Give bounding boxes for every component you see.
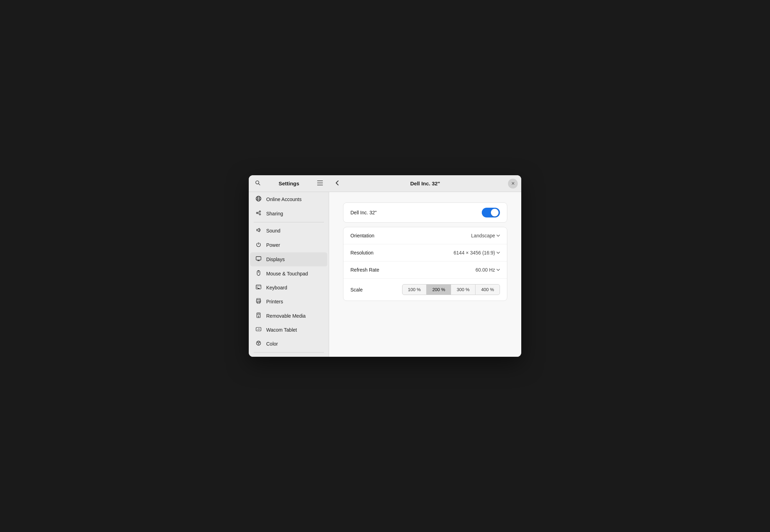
menu-button[interactable] [316,179,324,188]
svg-point-9 [259,211,261,212]
sidebar-item-displays[interactable]: Displays [250,252,327,266]
svg-rect-23 [257,287,257,288]
svg-point-5 [256,196,261,201]
header: Settings Dell Inc. 32" ✕ [249,175,521,192]
monitor-row: Dell Inc. 32" [343,203,507,222]
displays-label: Displays [266,257,285,262]
online-accounts-label: Online Accounts [266,197,302,202]
back-button[interactable] [333,179,342,189]
sidebar-item-sound[interactable]: Sound [250,224,327,238]
svg-point-10 [256,212,258,214]
setting-row-refresh-rate: Refresh Rate60.00 Hz [343,261,507,279]
svg-line-12 [258,212,259,213]
svg-rect-14 [256,257,261,260]
settings-window: Settings Dell Inc. 32" ✕ [249,175,521,357]
resolution-value: 6144 × 3456 (16:9) [453,250,495,256]
scale-group: 100 %200 %300 %400 % [402,284,500,295]
main-content: Dell Inc. 32" OrientationLandscape Resol… [329,192,521,357]
scale-btn-300pct[interactable]: 300 % [451,284,475,295]
setting-row-scale: Scale100 %200 %300 %400 % [343,279,507,301]
svg-point-36 [258,343,259,345]
orientation-label: Orientation [350,233,374,238]
header-center: Dell Inc. 32" ✕ [329,180,521,186]
scale-btn-400pct[interactable]: 400 % [475,284,500,295]
setting-row-orientation: OrientationLandscape [343,227,507,244]
color-label: Color [266,341,278,347]
monitor-name-label: Dell Inc. 32" [350,210,377,215]
printers-icon [255,298,262,305]
close-button[interactable]: ✕ [508,179,518,189]
page-title: Dell Inc. 32" [410,180,440,186]
svg-point-34 [257,342,259,343]
online-accounts-icon [255,196,262,203]
body: Online AccountsSharingSoundPowerDisplays… [249,192,521,357]
svg-point-28 [260,301,260,302]
sharing-icon [255,210,262,217]
sidebar-item-power[interactable]: Power [250,238,327,252]
svg-rect-30 [258,313,260,315]
display-settings-card: OrientationLandscape Resolution6144 × 34… [343,227,507,301]
sharing-label: Sharing [266,211,283,216]
svg-rect-21 [258,286,259,286]
resolution-dropdown[interactable]: 6144 × 3456 (16:9) [453,250,500,256]
svg-point-35 [259,342,260,343]
close-icon: ✕ [511,181,515,186]
sidebar-item-sharing[interactable]: Sharing [250,207,327,221]
printers-label: Printers [266,299,283,304]
displays-icon [255,256,262,263]
sidebar-item-mouse-touchpad[interactable]: Mouse & Touchpad [250,267,327,281]
scale-btn-200pct[interactable]: 200 % [426,284,451,295]
scale-label: Scale [350,287,363,293]
svg-point-33 [256,341,261,345]
svg-rect-20 [257,286,257,286]
settings-title: Settings [278,180,299,186]
scale-btn-100pct[interactable]: 100 % [402,284,427,295]
refresh-rate-dropdown[interactable]: 60.00 Hz [475,267,500,273]
refresh-rate-label: Refresh Rate [350,267,379,273]
sidebar-item-keyboard[interactable]: Keyboard [250,281,327,294]
power-icon [255,242,262,249]
svg-point-6 [257,196,260,201]
sidebar-item-printers[interactable]: Printers [250,295,327,309]
sidebar: Online AccountsSharingSoundPowerDisplays… [249,192,329,357]
sidebar-divider [254,352,324,353]
svg-line-13 [258,213,259,214]
power-label: Power [266,242,280,248]
search-button[interactable] [254,179,262,189]
wacom-tablet-icon [255,327,262,333]
monitor-toggle[interactable] [482,208,500,217]
svg-line-1 [259,184,260,185]
mouse-touchpad-label: Mouse & Touchpad [266,271,308,276]
monitor-toggle-card: Dell Inc. 32" [343,202,507,223]
header-left: Settings [249,179,329,189]
sidebar-item-color[interactable]: Color [250,337,327,351]
keyboard-icon [255,285,262,291]
refresh-rate-value: 60.00 Hz [475,267,495,273]
orientation-value: Landscape [471,233,495,238]
color-icon [255,340,262,347]
orientation-dropdown[interactable]: Landscape [471,233,500,238]
sidebar-item-online-accounts[interactable]: Online Accounts [250,192,327,206]
svg-point-31 [258,316,259,317]
sidebar-item-removable-media[interactable]: Removable Media [250,309,327,323]
resolution-label: Resolution [350,250,373,256]
sidebar-item-region-language[interactable]: Region & Language [250,354,327,357]
keyboard-label: Keyboard [266,285,287,290]
setting-row-resolution: Resolution6144 × 3456 (16:9) [343,244,507,261]
sound-label: Sound [266,228,280,234]
svg-rect-22 [260,286,260,286]
mouse-touchpad-icon [255,270,262,277]
wacom-tablet-label: Wacom Tablet [266,327,297,333]
removable-media-icon [255,312,262,319]
sidebar-item-wacom-tablet[interactable]: Wacom Tablet [250,323,327,337]
sound-icon [255,227,262,234]
removable-media-label: Removable Media [266,313,306,319]
sidebar-divider [254,222,324,222]
svg-rect-24 [257,288,260,289]
svg-point-11 [259,214,261,215]
